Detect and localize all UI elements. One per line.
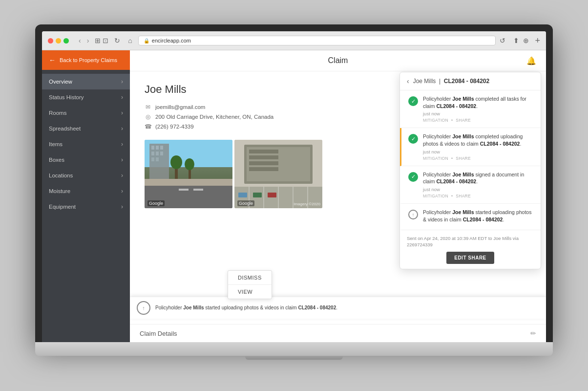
back-label: Back to Property Claims: [60, 57, 117, 63]
notif-header: ‹ Joe Mills | CL2084 - 084202: [400, 72, 541, 90]
svg-rect-32: [253, 193, 262, 197]
notif-item[interactable]: ✓ Policyholder Joe Mills signed a docume…: [400, 166, 541, 204]
notif-text-3: Policyholder Joe Mills signed a document…: [423, 171, 534, 185]
address-bar[interactable]: 🔒 encircleapp.com: [138, 36, 496, 45]
svg-rect-6: [156, 152, 159, 155]
address-value: 200 Old Carriage Drive, Kitchener, ON, C…: [155, 114, 273, 120]
notif-check-icon: ✓: [408, 96, 418, 123]
email-value: joemills@gmail.com: [155, 104, 205, 110]
sidebar-item-label: Spreadsheet: [49, 126, 81, 131]
sidebar-item-label: Status History: [49, 94, 84, 100]
context-menu: DISMISS VIEW: [228, 270, 272, 299]
svg-rect-16: [193, 189, 203, 191]
email-icon: ✉: [145, 104, 151, 110]
main-header: Claim 🔔: [130, 50, 546, 71]
notif-time-1: just now: [423, 111, 534, 116]
dismiss-menu-item[interactable]: DISMISS: [228, 271, 272, 284]
sidebar-item-boxes[interactable]: Boxes ›: [42, 152, 130, 168]
edit-pencil-icon[interactable]: ✏: [530, 329, 536, 337]
bottom-notification-bar: ↑ Policyholder Joe Mills started uploadi…: [130, 297, 546, 319]
chevron-right-icon: ›: [121, 141, 123, 148]
notif-text-4: Policyholder Joe Mills started uploading…: [423, 209, 534, 223]
view-menu-item[interactable]: VIEW: [228, 284, 272, 299]
svg-point-11: [170, 155, 182, 169]
laptop-base: [35, 342, 553, 356]
phone-value: (226) 972-4339: [155, 124, 194, 130]
notif-item[interactable]: ✓ Policyholder Joe Mills completed all t…: [400, 90, 541, 128]
browser-controls: ⊞ ⊡ ↻ ⌂ 🔒 encircleapp.com ↺: [95, 36, 505, 45]
reader-mode-button[interactable]: ⊡: [103, 37, 108, 44]
notif-check-icon: ✓: [408, 134, 418, 160]
notif-tags-3: MITIGATION • SHARE: [423, 194, 534, 198]
minimize-button[interactable]: [56, 38, 61, 43]
chevron-right-icon: ›: [121, 188, 123, 195]
show-sidebar-button[interactable]: ⊞: [95, 37, 101, 44]
svg-rect-8: [151, 157, 154, 161]
sidebar-item-label: Items: [49, 141, 63, 147]
notif-item[interactable]: ✓ Policyholder Joe Mills completed uploa…: [400, 128, 541, 166]
chevron-right-icon: ›: [121, 78, 123, 85]
sidebar-item-label: Equipment: [49, 204, 76, 210]
bottom-notif-upload-icon: ↑: [137, 301, 150, 315]
svg-rect-21: [249, 150, 278, 153]
photo2-copyright: Imagery ©2020: [294, 202, 320, 206]
sidebar-item-label: Locations: [49, 173, 73, 178]
claim-details-bar: Claim Details ✏: [130, 324, 546, 342]
bell-icon[interactable]: 🔔: [526, 56, 536, 65]
sidebar-nav: Overview › Status History › Rooms › Sp: [42, 70, 130, 342]
edit-share-button[interactable]: EDIT SHARE: [446, 252, 494, 264]
notif-back-button[interactable]: ‹: [407, 77, 409, 85]
notif-footer: Sent on Apr 24, 2020 at 10:39 AM EDT to …: [400, 230, 541, 269]
photo1-google-label: Google: [147, 200, 165, 206]
svg-rect-4: [160, 146, 163, 150]
sidebar-item-spreadsheet[interactable]: Spreadsheet ›: [42, 121, 130, 136]
notif-tags-2: MITIGATION • SHARE: [423, 156, 534, 161]
notif-upload-icon: ↑: [408, 210, 418, 224]
notif-time-2: just now: [423, 149, 534, 154]
reload-button[interactable]: ↻: [114, 37, 120, 44]
forward-nav-button[interactable]: ›: [85, 36, 91, 45]
sidebar-item-moisture[interactable]: Moisture ›: [42, 183, 130, 199]
sidebar-item-overview[interactable]: Overview ›: [42, 74, 130, 89]
aerial-photo: Google Imagery ©2020: [234, 140, 322, 208]
sidebar-item-label: Boxes: [49, 157, 64, 163]
new-tab-button[interactable]: +: [535, 36, 540, 46]
add-bookmark-button[interactable]: ⊕: [523, 37, 529, 44]
chevron-right-icon: ›: [121, 109, 123, 116]
refresh-button[interactable]: ↺: [500, 37, 505, 44]
close-button[interactable]: [48, 38, 53, 43]
back-nav-button[interactable]: ‹: [77, 36, 83, 45]
fullscreen-button[interactable]: [63, 38, 69, 43]
sidebar-item-locations[interactable]: Locations ›: [42, 168, 130, 183]
sidebar-item-label: Rooms: [49, 110, 66, 116]
sidebar-item-status-history[interactable]: Status History ›: [42, 89, 130, 105]
share-button[interactable]: ⬆: [513, 37, 519, 44]
svg-rect-22: [249, 155, 278, 159]
nav-buttons: ‹ ›: [77, 36, 91, 45]
notif-list: ✓ Policyholder Joe Mills completed all t…: [400, 90, 541, 230]
svg-rect-7: [160, 152, 163, 155]
home-button[interactable]: ⌂: [128, 37, 132, 44]
svg-rect-33: [268, 193, 276, 197]
chevron-right-icon: ›: [121, 156, 123, 163]
sidebar-item-rooms[interactable]: Rooms ›: [42, 105, 130, 121]
url-text: encircleapp.com: [152, 38, 191, 43]
svg-rect-23: [249, 161, 278, 165]
street-photo: Google: [145, 140, 232, 208]
back-to-claims-button[interactable]: ← Back to Property Claims: [42, 50, 130, 70]
sidebar: ← Back to Property Claims Overview › Sta…: [42, 50, 130, 342]
sidebar-item-equipment[interactable]: Equipment ›: [42, 199, 130, 215]
svg-point-13: [185, 158, 194, 170]
main-content: Claim 🔔 Joe Mills ✉ joemills@gmail.com ◎: [130, 50, 546, 342]
chevron-right-icon: ›: [121, 125, 123, 132]
app-layout: ← Back to Property Claims Overview › Sta…: [42, 50, 546, 342]
notif-time-3: just now: [423, 187, 534, 192]
sidebar-item-label: Moisture: [49, 188, 70, 194]
phone-icon: ☎: [145, 123, 151, 130]
notif-item[interactable]: ↑ Policyholder Joe Mills started uploadi…: [400, 204, 541, 230]
sidebar-item-items[interactable]: Items ›: [42, 136, 130, 152]
location-icon: ◎: [145, 113, 151, 120]
laptop-foot: [245, 356, 343, 360]
sidebar-item-label: Overview: [49, 79, 72, 85]
chevron-right-icon: ›: [121, 203, 123, 210]
